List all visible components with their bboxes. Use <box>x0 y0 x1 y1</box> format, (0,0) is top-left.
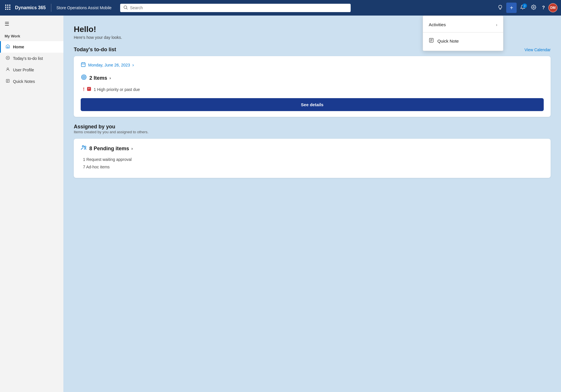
svg-point-35 <box>82 146 84 147</box>
date-row[interactable]: Monday, June 26, 2023 › <box>81 62 544 68</box>
grid-icon[interactable]: ​ <box>3 3 12 13</box>
svg-rect-1 <box>7 5 8 6</box>
search-bar[interactable] <box>120 4 351 12</box>
calendar-icon <box>81 62 86 68</box>
view-calendar-link[interactable]: View Calendar <box>524 47 551 52</box>
assigned-section-title: Assigned by you <box>74 124 551 130</box>
notification-button[interactable]: 2 <box>518 3 528 13</box>
svg-rect-3 <box>5 7 6 8</box>
sidebar-item-home[interactable]: Home <box>0 41 63 53</box>
lightbulb-button[interactable] <box>495 3 505 13</box>
main-content: Hello! Here's how your day looks. Today'… <box>63 16 561 392</box>
see-details-button[interactable]: See details <box>81 98 544 111</box>
sidebar-item-todo[interactable]: Today's to-do list <box>0 53 63 64</box>
svg-point-19 <box>7 57 8 58</box>
note-icon <box>429 38 434 44</box>
items-count-label: 2 Items <box>89 75 107 81</box>
help-button[interactable]: ? <box>540 3 547 12</box>
add-button[interactable]: + <box>506 3 517 13</box>
sidebar-item-todo-label: Today's to-do list <box>13 56 43 61</box>
dropdown-menu: Activities › Quick Note <box>423 16 503 51</box>
pending-detail-1: 1 Request waiting approval <box>81 157 544 162</box>
priority-row: ! 1 High priority or past due <box>81 87 544 92</box>
activities-label: Activities <box>429 22 446 27</box>
dropdown-activities[interactable]: Activities › <box>423 18 503 31</box>
sidebar-section-label: My Work <box>0 32 63 41</box>
svg-rect-8 <box>9 9 10 10</box>
sidebar: ☰ My Work Home Today's to-do list <box>0 16 63 392</box>
svg-point-36 <box>84 146 86 148</box>
notification-badge: 2 <box>522 3 527 8</box>
settings-button[interactable] <box>529 3 539 13</box>
sidebar-item-profile-label: User Profile <box>13 68 34 72</box>
hamburger-button[interactable]: ☰ <box>0 18 63 30</box>
date-label: Monday, June 26, 2023 <box>88 63 130 67</box>
svg-point-18 <box>6 56 10 60</box>
nav-actions: + 2 ? DM <box>495 3 558 13</box>
pending-label: 8 Pending items <box>89 146 129 152</box>
exclaim-icon: ! <box>83 87 84 92</box>
svg-rect-0 <box>5 5 6 6</box>
profile-icon <box>5 67 10 73</box>
nav-divider <box>51 4 51 12</box>
today-card: Monday, June 26, 2023 › 2 Items › ! <box>74 56 551 117</box>
svg-rect-25 <box>81 63 85 67</box>
assigned-section: Assigned by you Items created by you and… <box>74 124 551 178</box>
svg-rect-6 <box>5 9 6 10</box>
svg-rect-17 <box>7 47 8 48</box>
svg-rect-7 <box>7 9 8 10</box>
dropdown-divider <box>423 32 503 33</box>
nav-brand: Dynamics 365 <box>15 5 46 10</box>
svg-point-31 <box>84 77 84 77</box>
pending-chevron-icon: › <box>131 146 133 151</box>
sidebar-item-home-label: Home <box>13 45 24 49</box>
dropdown-quicknote[interactable]: Quick Note <box>423 34 503 48</box>
priority-label: 1 High priority or past due <box>94 87 140 92</box>
search-input[interactable] <box>130 5 347 10</box>
svg-point-12 <box>533 6 534 8</box>
sidebar-item-profile[interactable]: User Profile <box>0 64 63 76</box>
activities-chevron-icon: › <box>496 22 497 27</box>
assigned-card: 8 Pending items › 1 Request waiting appr… <box>74 139 551 178</box>
today-section-title: Today's to-do list <box>74 47 116 53</box>
svg-rect-5 <box>9 7 10 8</box>
home-icon <box>5 44 10 50</box>
svg-line-10 <box>126 8 127 9</box>
quicknote-label: Quick Note <box>437 39 459 43</box>
search-icon <box>124 5 128 10</box>
nav-app-name: Store Operations Assist Mobile <box>56 5 112 10</box>
assigned-subtitle: Items created by you and assigned to oth… <box>74 130 551 134</box>
top-nav: ​ Dynamics 365 Store Operations Assist M… <box>0 0 561 16</box>
pending-row[interactable]: 8 Pending items › <box>81 144 544 153</box>
layout: ☰ My Work Home Today's to-do list <box>0 16 561 392</box>
items-row[interactable]: 2 Items › <box>81 74 544 82</box>
sidebar-item-quicknotes-label: Quick Notes <box>13 79 35 84</box>
svg-point-20 <box>7 68 8 69</box>
svg-rect-2 <box>9 5 10 6</box>
target-icon <box>81 74 87 82</box>
sidebar-item-quicknotes[interactable]: Quick Notes <box>0 76 63 87</box>
date-chevron-icon: › <box>132 62 134 68</box>
task-icon <box>87 87 91 92</box>
todo-icon <box>5 56 10 61</box>
quicknotes-icon <box>5 79 10 84</box>
svg-rect-4 <box>7 7 8 8</box>
avatar[interactable]: DM <box>548 3 558 12</box>
items-chevron-icon: › <box>109 76 111 80</box>
person-icon <box>81 144 87 153</box>
pending-detail-2: 7 Ad-hoc items <box>81 165 544 169</box>
